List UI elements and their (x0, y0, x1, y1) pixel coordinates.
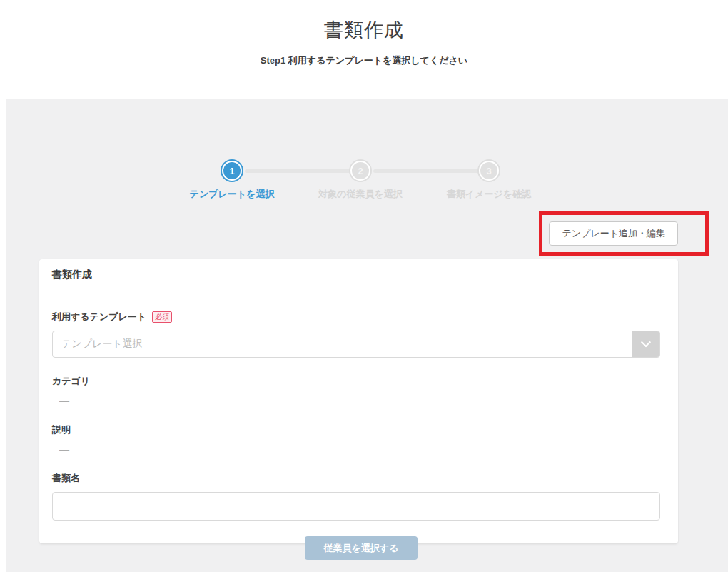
main-panel: 1 2 3 テンプレートを選択 対象の従業員を選択 書類イメージを確認 テンプレ… (6, 99, 728, 572)
step-1-number: 1 (223, 162, 241, 179)
step-connector-2-3 (373, 169, 479, 173)
step-connector-1-2 (245, 169, 350, 173)
template-field-label: 利用するテンプレート 必須 (52, 311, 660, 323)
page-subtitle: Step1 利用するテンプレートを選択してください (0, 54, 728, 67)
category-field-value: — (59, 395, 660, 406)
select-employees-button[interactable]: 従業員を選択する (305, 536, 418, 560)
step-3-indicator: 3 (477, 159, 500, 182)
category-field-label: カテゴリ (52, 375, 660, 388)
template-select-caret-button[interactable] (632, 331, 659, 357)
document-name-input[interactable] (52, 492, 660, 521)
document-name-field-label: 書類名 (52, 472, 660, 485)
template-add-edit-button[interactable]: テンプレート追加・編集 (549, 221, 678, 246)
description-field-value: — (59, 443, 660, 455)
step-2-indicator: 2 (349, 159, 372, 182)
page-title: 書類作成 (0, 17, 728, 43)
step-2-number: 2 (352, 162, 369, 179)
step-3-number: 3 (480, 162, 497, 179)
card-body: 利用するテンプレート 必須 テンプレート選択 カテゴリ — 説明 — 書類名 (39, 291, 678, 543)
template-select-placeholder: テンプレート選択 (53, 338, 632, 351)
chevron-down-icon (641, 337, 651, 347)
template-select[interactable]: テンプレート選択 (52, 331, 660, 358)
step-1-indicator: 1 (221, 159, 243, 182)
required-badge: 必須 (152, 311, 172, 323)
template-field-label-text: 利用するテンプレート (52, 311, 146, 323)
card-header-title: 書類作成 (39, 259, 678, 291)
step-3-label: 書類イメージを確認 (410, 188, 567, 201)
document-create-card: 書類作成 利用するテンプレート 必須 テンプレート選択 カテゴリ — 説明 — … (39, 259, 678, 543)
description-field-label: 説明 (52, 423, 660, 436)
